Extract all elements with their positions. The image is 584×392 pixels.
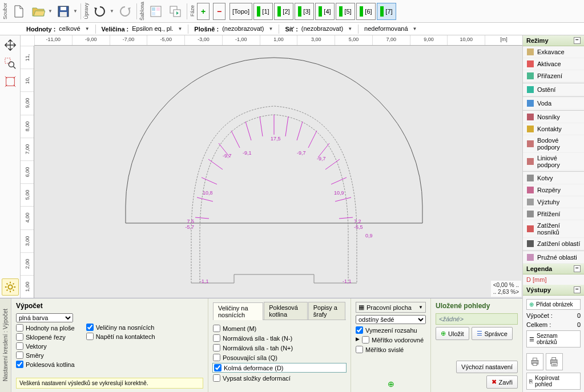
chk-meritko-v[interactable]: Měřítko vodorovné	[362, 336, 424, 343]
phase-button-7[interactable]: [7]	[377, 3, 396, 20]
chk-vymezeni[interactable]: Vymezení rozsahu	[356, 326, 426, 334]
chk-norm-tah[interactable]: Normálová síla - tah (N+)	[213, 344, 346, 351]
mode-contacts[interactable]: Kontakty	[523, 123, 584, 135]
svg-rect-45	[527, 254, 534, 261]
tab-popisy[interactable]: Popisy a šrafy	[308, 302, 345, 320]
plosne-select[interactable]: (nezobrazovat)▼	[222, 25, 273, 33]
sit-label: Síť :	[285, 26, 297, 33]
pan-tool[interactable]	[2, 37, 19, 54]
coord-readout: <0,00 % .. .. 2,63 %>	[491, 281, 521, 297]
chk-meritko-s[interactable]: Měřítko svislé	[356, 346, 426, 353]
svg-rect-33	[527, 86, 534, 93]
workspace-select[interactable]: ▦ Pracovní plocha ▼	[356, 302, 426, 313]
copy-view-button[interactable]: ⎘Kopírovat pohled	[526, 373, 581, 390]
chk-napeti-kontaktech[interactable]: Napětí na kontaktech	[86, 333, 155, 340]
print-all-button[interactable]	[546, 353, 563, 370]
undo-button[interactable]	[91, 2, 109, 21]
open-file-button[interactable]	[29, 2, 47, 21]
chk-veliciny-nosnicich[interactable]: Veličiny na nosnících	[86, 324, 155, 331]
mode-activation[interactable]: Aktivace	[523, 58, 584, 70]
svg-rect-30	[527, 49, 534, 55]
ruler-horizontal: -11,00-9,00-7,00-5,00-3,00-1,001,003,005…	[34, 35, 522, 46]
minimize-legend[interactable]: −	[574, 265, 581, 272]
chk-moment[interactable]: Moment (M)	[213, 325, 346, 332]
phase-button-5[interactable]: [5]	[336, 3, 355, 20]
svg-rect-32	[527, 72, 534, 79]
phase-button-4[interactable]: [4]	[315, 3, 335, 20]
tab-poklesova[interactable]: Poklesová kotlina	[264, 302, 308, 320]
settings-button[interactable]	[2, 278, 19, 296]
add-workspace[interactable]: ⊕	[356, 379, 426, 389]
hodnoty-select[interactable]: celkové▼	[59, 25, 89, 33]
chk-hodnoty-plose[interactable]: Hodnoty na ploše	[16, 324, 75, 332]
chk-vypsat[interactable]: Vypsat složky deformací	[213, 374, 346, 382]
val: -5,5	[354, 224, 363, 230]
shade-select[interactable]: odstíny šedé	[356, 315, 426, 324]
mode-beams[interactable]: Nosníky	[523, 111, 584, 123]
phase-button-0[interactable]: [Topo]	[229, 3, 252, 20]
mode-spring-regions[interactable]: Pružné oblasti	[523, 252, 584, 264]
manage-views-button[interactable]: ☰Správce	[472, 327, 513, 340]
chk-sklopene[interactable]: Sklopené řezy	[16, 333, 75, 341]
new-file-button[interactable]	[10, 2, 28, 21]
sit-select[interactable]: (nezobrazovat)▼	[301, 25, 352, 33]
file-label: Soubor	[2, 3, 8, 19]
default-settings-button[interactable]: Výchozí nastavení	[456, 361, 518, 373]
mode-anchors[interactable]: Kotvy	[523, 172, 584, 184]
print-button[interactable]	[526, 353, 543, 370]
color-select[interactable]: plná barva	[16, 313, 73, 322]
svg-rect-31	[527, 60, 534, 67]
svg-rect-35	[527, 114, 534, 120]
phase-button-3[interactable]: [3]	[295, 3, 314, 20]
svg-rect-1	[61, 7, 66, 10]
zoom-tool[interactable]	[2, 55, 19, 72]
add-phase-button[interactable]: +	[197, 3, 210, 20]
chk-vektory[interactable]: Vektory	[16, 342, 75, 350]
template-button[interactable]	[147, 2, 165, 21]
mode-excavation[interactable]: Exkavace	[523, 46, 584, 58]
minimize-outputs[interactable]: −	[574, 286, 581, 293]
deform-select[interactable]: nedeformovaná▼	[364, 25, 417, 33]
svg-line-14	[260, 116, 263, 136]
velicina-select[interactable]: Epsilon eq., pl.▼	[132, 25, 182, 33]
mode-line-supports[interactable]: Liniové podpory	[523, 153, 584, 171]
copy-template-button[interactable]	[166, 2, 184, 21]
save-button[interactable]	[54, 2, 73, 21]
mode-water[interactable]: Voda	[523, 98, 584, 110]
mode-assignment[interactable]: Přiřazení	[523, 70, 584, 82]
chk-posouvajici[interactable]: Posouvající síla (Q)	[213, 354, 346, 361]
mode-lining[interactable]: Ostění	[523, 84, 584, 96]
open-dropdown[interactable]: ▼	[47, 9, 53, 14]
chk-poklesova[interactable]: Poklesová kotlina	[16, 361, 75, 368]
save-view-button[interactable]: ⊕Uložit	[436, 327, 469, 340]
minimize-modes[interactable]: −	[574, 37, 581, 44]
extents-tool[interactable]	[2, 73, 19, 90]
phase-button-1[interactable]: [1]	[253, 3, 273, 20]
svg-rect-36	[527, 126, 534, 132]
mode-point-supports[interactable]: Bodové podpory	[523, 135, 584, 153]
chk-kolma[interactable]: Kolmá deformace (D)	[213, 363, 346, 372]
svg-line-28	[195, 217, 209, 219]
svg-point-10	[9, 62, 14, 67]
close-button[interactable]: ✖Zavři	[486, 375, 518, 389]
remove-phase-button[interactable]: −	[213, 3, 225, 20]
add-image-button[interactable]: ⊕Přidat obrázek	[526, 299, 581, 310]
tab-veliciny[interactable]: Veličiny na nosnících	[213, 302, 263, 320]
chk-smery[interactable]: Směry	[16, 351, 75, 359]
mode-props[interactable]: Rozpěry	[523, 184, 584, 196]
save-dropdown[interactable]: ▼	[73, 9, 78, 14]
mode-region-loads[interactable]: Zatížení oblastí	[523, 238, 584, 250]
drawing-area[interactable]: 17,5 -9,7 10,8 7,5 -5,7 -1,1 -9,1 -9,7 -…	[34, 46, 522, 298]
image-list-button[interactable]: ☰Seznam obrázků	[526, 330, 581, 347]
val: -5,7	[185, 224, 194, 230]
mode-surcharge[interactable]: Přitížení	[523, 208, 584, 220]
phase-button-6[interactable]: [6]	[356, 3, 376, 20]
bottom-note: Veškerá nastavení výsledků se vykreslují…	[16, 378, 203, 389]
undo-dropdown[interactable]: ▼	[109, 9, 115, 14]
mode-reinforcements[interactable]: Výztuhy	[523, 196, 584, 208]
redo-button[interactable]	[116, 2, 134, 21]
drawing-canvas[interactable]: -11,00-9,00-7,00-5,00-3,00-1,001,003,005…	[21, 35, 522, 298]
chk-norm-tlak[interactable]: Normálová síla - tlak (N-)	[213, 334, 346, 342]
mode-beam-loads[interactable]: Zatížení nosníků	[523, 220, 584, 238]
phase-button-2[interactable]: [2]	[274, 3, 293, 20]
